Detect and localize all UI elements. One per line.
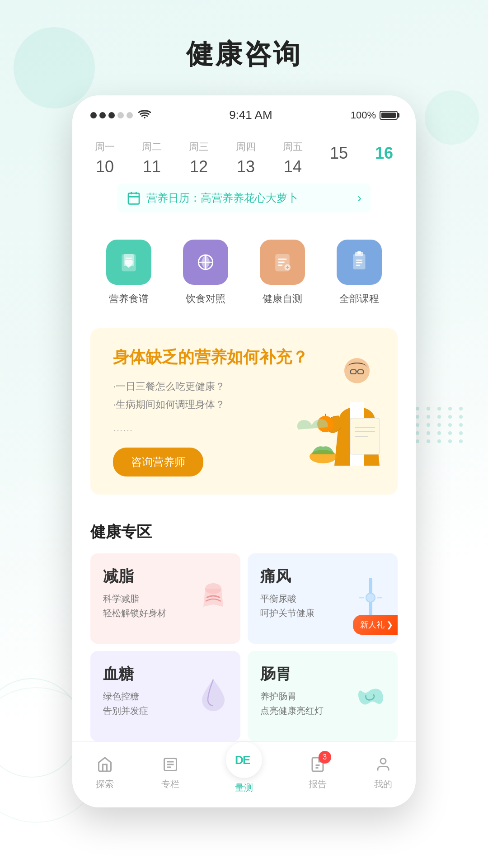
health-card-weightloss[interactable]: 减脂 科学减脂轻松解锁好身材 — [90, 553, 240, 644]
nav-item-mine[interactable]: 我的 — [373, 755, 393, 790]
quick-item-nutrition[interactable]: 营养食谱 — [106, 240, 151, 306]
nav-label-column: 专栏 — [161, 778, 179, 790]
nav-icon-explore — [95, 755, 115, 774]
signal-dot-4 — [117, 112, 124, 118]
svg-point-0 — [144, 117, 145, 118]
svg-text:D: D — [235, 753, 244, 767]
health-card-bloodsugar[interactable]: 血糖 绿色控糖告别并发症 — [90, 651, 240, 741]
health-zone: 健康专区 减脂 科学减脂轻松解锁好身材 痛风 — [72, 508, 416, 741]
calendar-day-mon[interactable]: 周一 10 — [95, 140, 115, 176]
report-badge: 3 — [319, 751, 331, 764]
status-time: 9:41 AM — [229, 108, 272, 122]
nutrition-banner[interactable]: 营养日历：高营养养花心大萝卜 › — [117, 184, 371, 212]
svg-rect-22 — [357, 251, 361, 254]
nav-label-measure: 量测 — [235, 782, 253, 794]
svg-rect-20 — [353, 254, 366, 269]
svg-point-26 — [344, 358, 370, 383]
nutrition-recipe-icon-wrap — [106, 240, 151, 285]
svg-point-51 — [380, 759, 386, 764]
signal-dot-1 — [90, 112, 97, 118]
consult-button[interactable]: 咨询营养师 — [113, 448, 203, 476]
bg-decoration-tl — [14, 27, 95, 108]
battery-icon — [380, 111, 398, 120]
nav-label-explore: 探索 — [96, 778, 114, 790]
calendar-day-fri[interactable]: 周五 14 — [283, 140, 303, 176]
nav-label-mine: 我的 — [374, 778, 392, 790]
nav-icon-report-wrap: 3 — [308, 755, 328, 774]
signal-dot-3 — [108, 112, 115, 118]
quick-item-courses[interactable]: 全部课程 — [337, 240, 382, 306]
signal-area — [90, 109, 151, 122]
chevron-right-icon: › — [357, 191, 361, 205]
nav-item-column[interactable]: 专栏 — [160, 755, 180, 790]
svg-point-40 — [366, 593, 375, 602]
calendar-day-wed[interactable]: 周三 12 — [189, 140, 209, 176]
signal-dot-5 — [127, 112, 133, 118]
calendar-day-thu[interactable]: 周四 13 — [236, 140, 256, 176]
quick-icons: 营养食谱 饮食对照 — [72, 222, 416, 315]
nav-label-report: 报告 — [309, 778, 327, 790]
all-courses-icon-wrap — [337, 240, 382, 285]
signal-dot-2 — [99, 112, 106, 118]
calendar-section: 周一 10 周二 11 周三 12 周四 13 周五 14 15 — [72, 127, 416, 222]
promo-banner: 身体缺乏的营养如何补充？ ·一日三餐怎么吃更健康？ ·生病期间如何调理身体？ …… — [90, 328, 398, 495]
gift-arrow: ❯ — [386, 620, 393, 630]
all-courses-label: 全部课程 — [339, 292, 379, 306]
nutrition-left: 营养日历：高营养养花心大萝卜 — [127, 191, 298, 205]
nav-item-explore[interactable]: 探索 — [95, 755, 115, 790]
bg-decoration-tr — [425, 90, 479, 145]
calendar-day-16[interactable]: 16 — [375, 140, 393, 163]
health-selftest-label: 健康自测 — [263, 292, 302, 306]
battery-area: 100% — [351, 109, 398, 121]
wifi-icon — [138, 109, 151, 122]
svg-text:E: E — [243, 753, 250, 767]
nav-icon-mine — [373, 755, 393, 774]
health-card-gut[interactable]: 肠胃 养护肠胃点亮健康亮红灯 — [248, 651, 398, 741]
new-user-badge: 新人礼 ❯ — [353, 615, 398, 635]
battery-fill — [381, 113, 396, 118]
nav-center-measure: D E — [226, 742, 262, 778]
calendar-day-15[interactable]: 15 — [330, 140, 348, 163]
phone-frame: 9:41 AM 100% 周一 10 周二 11 周三 12 周四 — [72, 95, 416, 807]
bloodsugar-illustration — [191, 673, 236, 720]
status-bar: 9:41 AM 100% — [72, 95, 416, 127]
nutrition-text: 营养日历：高营养养花心大萝卜 — [146, 191, 298, 205]
nutrition-recipe-label: 营养食谱 — [109, 292, 149, 306]
section-title: 健康专区 — [90, 522, 398, 542]
calendar-day-tue[interactable]: 周二 11 — [142, 140, 162, 176]
promo-illustration — [280, 328, 398, 495]
health-card-gout[interactable]: 痛风 平衡尿酸呵护关节健康 新人礼 ❯ — [248, 553, 398, 644]
nav-icon-column — [160, 755, 180, 774]
calendar-week: 周一 10 周二 11 周三 12 周四 13 周五 14 15 — [95, 140, 393, 176]
gut-illustration — [348, 673, 393, 720]
quick-item-diet[interactable]: 饮食对照 — [183, 240, 228, 306]
weightloss-illustration — [191, 575, 236, 622]
nav-item-report[interactable]: 3 报告 — [308, 755, 328, 790]
battery-percent: 100% — [351, 109, 376, 121]
svg-rect-1 — [128, 193, 139, 204]
nav-item-measure[interactable]: D E 量测 — [226, 751, 262, 794]
health-grid: 减脂 科学减脂轻松解锁好身材 痛风 平衡尿酸呵护关节健康 — [90, 553, 398, 741]
bottom-nav: 探索 专栏 D E 量测 — [72, 741, 416, 807]
diet-compare-label: 饮食对照 — [186, 292, 225, 306]
diet-compare-icon-wrap — [183, 240, 228, 285]
health-selftest-icon-wrap — [260, 240, 305, 285]
quick-item-selftest[interactable]: 健康自测 — [260, 240, 305, 306]
